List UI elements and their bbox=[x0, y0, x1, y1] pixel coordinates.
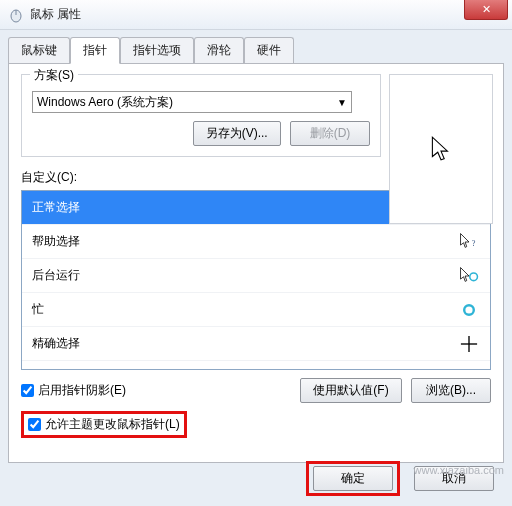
arrow-icon bbox=[429, 135, 453, 163]
enable-shadow-checkbox[interactable]: 启用指针阴影(E) bbox=[21, 382, 126, 399]
svg-text:?: ? bbox=[472, 238, 476, 247]
pointer-preview bbox=[389, 74, 493, 224]
tab-pointers[interactable]: 指针 bbox=[70, 37, 120, 64]
ok-button[interactable]: 确定 bbox=[313, 466, 393, 491]
chevron-down-icon: ▼ bbox=[337, 97, 347, 108]
allow-theme-label: 允许主题更改鼠标指针(L) bbox=[45, 416, 180, 433]
list-item-label: 忙 bbox=[32, 301, 44, 318]
highlight-annotation: 确定 bbox=[306, 461, 400, 496]
highlight-annotation: 允许主题更改鼠标指针(L) bbox=[21, 411, 187, 438]
window-title: 鼠标 属性 bbox=[30, 6, 81, 23]
arrow-help-icon: ? bbox=[458, 231, 480, 253]
scheme-legend: 方案(S) bbox=[30, 67, 78, 84]
watermark: www.xiazaiba.com bbox=[414, 464, 504, 476]
tab-panel: 方案(S) Windows Aero (系统方案) ▼ 另存为(V)... 删除… bbox=[8, 63, 504, 463]
list-item[interactable]: 忙 bbox=[22, 293, 490, 327]
arrow-busy-icon bbox=[458, 265, 480, 287]
mouse-icon bbox=[8, 7, 24, 23]
list-item[interactable]: 帮助选择 ? bbox=[22, 225, 490, 259]
list-item[interactable]: 后台运行 bbox=[22, 259, 490, 293]
browse-button[interactable]: 浏览(B)... bbox=[411, 378, 491, 403]
list-item[interactable]: 文本选择 bbox=[22, 361, 490, 370]
ibeam-icon bbox=[458, 367, 480, 371]
crosshair-icon bbox=[458, 333, 480, 355]
tabstrip: 鼠标键 指针 指针选项 滑轮 硬件 bbox=[8, 37, 504, 64]
svg-point-4 bbox=[464, 305, 474, 315]
close-button[interactable]: ✕ bbox=[464, 0, 508, 20]
list-item-label: 精确选择 bbox=[32, 335, 80, 352]
enable-shadow-label: 启用指针阴影(E) bbox=[38, 382, 126, 399]
delete-button: 删除(D) bbox=[290, 121, 370, 146]
titlebar: 鼠标 属性 ✕ bbox=[0, 0, 512, 30]
tab-wheel[interactable]: 滑轮 bbox=[194, 37, 244, 64]
scheme-selected: Windows Aero (系统方案) bbox=[37, 94, 173, 111]
enable-shadow-input[interactable] bbox=[21, 384, 34, 397]
list-item-label: 文本选择 bbox=[32, 369, 80, 370]
use-default-button[interactable]: 使用默认值(F) bbox=[300, 378, 401, 403]
scheme-groupbox: 方案(S) Windows Aero (系统方案) ▼ 另存为(V)... 删除… bbox=[21, 74, 381, 157]
tab-hardware[interactable]: 硬件 bbox=[244, 37, 294, 64]
list-item[interactable]: 精确选择 bbox=[22, 327, 490, 361]
list-item-label: 后台运行 bbox=[32, 267, 80, 284]
tab-mouse-keys[interactable]: 鼠标键 bbox=[8, 37, 70, 64]
allow-theme-input[interactable] bbox=[28, 418, 41, 431]
list-item-label: 帮助选择 bbox=[32, 233, 80, 250]
scheme-dropdown[interactable]: Windows Aero (系统方案) ▼ bbox=[32, 91, 352, 113]
busy-ring-icon bbox=[458, 299, 480, 321]
list-item-label: 正常选择 bbox=[32, 199, 80, 216]
svg-point-3 bbox=[470, 272, 478, 280]
tab-pointer-options[interactable]: 指针选项 bbox=[120, 37, 194, 64]
close-icon: ✕ bbox=[482, 3, 491, 16]
save-as-button[interactable]: 另存为(V)... bbox=[193, 121, 281, 146]
allow-theme-checkbox[interactable]: 允许主题更改鼠标指针(L) bbox=[28, 416, 180, 433]
